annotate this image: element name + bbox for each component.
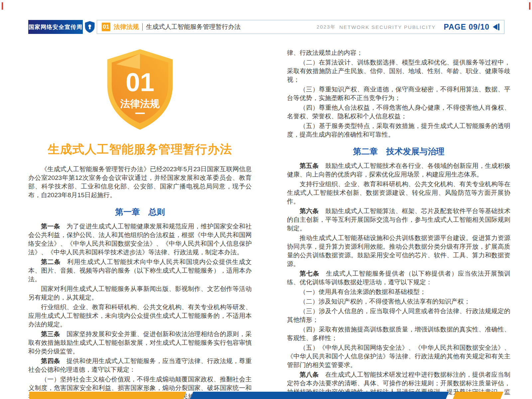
- badge-dash: [135, 113, 145, 114]
- paragraph: 第一条 为了促进生成式人工智能健康发展和规范应用，维护国家安全和社会公共利益，保…: [28, 222, 252, 257]
- paragraph: （二）在算法设计、训练数据选择、模型生成和优化、提供服务等过程中，采取有效措施防…: [287, 58, 510, 84]
- article-number: 第五条: [300, 162, 319, 169]
- badge-label: 法律法规: [120, 98, 160, 109]
- article-number: 第二条: [41, 258, 61, 265]
- back-bar-icon: [498, 24, 499, 30]
- right-text-blocks: 律、行政法规禁止的内容；（二）在算法设计、训练数据选择、模型生成和优化、提供服务…: [287, 49, 510, 399]
- right-column: 律、行政法规禁止的内容；（二）在算法设计、训练数据选择、模型生成和优化、提供服务…: [287, 49, 510, 399]
- paragraph: 第七条 生成式人工智能服务提供者（以下称提供者）应当依法开展预训练、优化训练等训…: [287, 269, 510, 287]
- chapter-heading: 第一章 总则: [28, 207, 252, 217]
- lock-shield-icon: [83, 20, 97, 34]
- left-column: 01 法律法规 生成式人工智能服务管理暂行办法 《生成式人工智能服务管理暂行办法…: [28, 49, 252, 399]
- paragraph: 第三条 国家坚持发展和安全并重、促进创新和依法治理相结合的原则，采取有效措施鼓励…: [28, 330, 252, 356]
- page-header: 国家网络安全宣传周 01 法律法规 生成式人工智能服务管理暂行办法 2023年 …: [28, 20, 504, 34]
- header-subtitle-en: NETWORK SECURITY PUBLICITY: [339, 24, 436, 30]
- paragraph: 第五条 鼓励生成式人工智能技术在各行业、各领域的创新应用，生成积极健康、向上向善…: [287, 162, 510, 179]
- brand-label: 国家网络安全宣传周: [29, 23, 82, 31]
- paragraph: 律、行政法规禁止的内容；: [287, 49, 510, 57]
- article-number: 第七条: [300, 270, 320, 277]
- paragraph: （二）涉及知识产权的，不得侵害他人依法享有的知识产权；: [287, 297, 510, 306]
- article-number: 第八条: [300, 371, 319, 378]
- article-number: 第六条: [300, 207, 319, 214]
- page-nav-back-icon: [493, 24, 499, 30]
- paragraph: （三）涉及个人信息的，应当取得个人同意或者符合法律、行政法规规定的其他情形；: [287, 307, 510, 324]
- footer-segment-yellow-right: [453, 392, 503, 399]
- paragraph: （五）基于服务类型特点，采取有效措施，提升生成式人工智能服务的透明度，提高生成内…: [287, 122, 510, 139]
- crop-mark-right: [529, 2, 530, 10]
- badge-number: 01: [126, 67, 155, 97]
- header-divider: [142, 23, 143, 31]
- footer-segment-yellow-left: [29, 392, 186, 399]
- chapter-shield-badge: 01 法律法规: [28, 49, 252, 130]
- chapter-heading: 第二章 技术发展与治理: [287, 146, 510, 156]
- document-page: 国家网络安全宣传周 01 法律法规 生成式人工智能服务管理暂行办法 2023年 …: [0, 0, 532, 399]
- paragraph: 行业组织、企业、教育和科研机构、公共文化机构、有关专业机构等研发、应用生成式人工…: [28, 303, 252, 329]
- page-number-label: PAGE 09/10: [444, 23, 489, 32]
- section-number-badge: 01: [102, 23, 110, 31]
- section-label: 法律法规: [114, 23, 139, 31]
- paragraph: 国家对利用生成式人工智能服务从事新闻出版、影视制作、文艺创作等活动另有规定的，从…: [28, 285, 252, 302]
- article-number: 第一条: [41, 223, 60, 230]
- brand-banner: 国家网络安全宣传周: [28, 20, 83, 34]
- paragraph: （四）尊重他人合法权益，不得危害他人身心健康，不得侵害他人肖像权、名誉权、荣誉权…: [287, 103, 510, 121]
- footer-segment-blue: [190, 392, 449, 399]
- article-number: 第四条: [41, 357, 60, 364]
- header-doc-title: 生成式人工智能服务管理暂行办法: [146, 23, 241, 31]
- paragraph: （四）采取有效措施提高训练数据质量，增强训练数据的真实性、准确性、客观性、多样性…: [287, 325, 510, 342]
- document-title: 生成式人工智能服务管理暂行办法: [28, 142, 252, 157]
- paragraph: 推动生成式人工智能基础设施和公共训练数据资源平台建设。促进算力资源协同共享，提升…: [287, 234, 510, 268]
- article-number: 第三条: [41, 331, 60, 337]
- header-strip: 01 法律法规 生成式人工智能服务管理暂行办法 2023年 NETWORK SE…: [97, 20, 504, 34]
- crop-mark-left: [2, 2, 3, 10]
- footer-bar: [0, 392, 532, 399]
- paragraph: 第六条 鼓励生成式人工智能算法、框架、芯片及配套软件平台等基础技术的自主创新，平…: [287, 207, 510, 233]
- paragraph: （五）《中华人民共和国网络安全法》、《中华人民共和国数据安全法》、《中华人民共和…: [287, 343, 510, 369]
- paragraph: 第四条 提供和使用生成式人工智能服务，应当遵守法律、行政法规，尊重社会公德和伦理…: [28, 357, 252, 374]
- left-text-blocks: 《生成式人工智能服务管理暂行办法》已经2023年5月23日国家互联网信息办公室2…: [28, 165, 252, 399]
- paragraph: （三）尊重知识产权、商业道德，保守商业秘密，不得利用算法、数据、平台等优势，实施…: [287, 85, 510, 102]
- paragraph: 《生成式人工智能服务管理暂行办法》已经2023年5月23日国家互联网信息办公室2…: [28, 165, 252, 200]
- paragraph: 第二条 利用生成式人工智能技术向中华人民共和国境内公众提供生成文本、图片、音频、…: [28, 258, 252, 284]
- back-triangle-icon: [493, 24, 497, 30]
- header-year: 2023年: [317, 24, 336, 30]
- paragraph: （一）使用具有合法来源的数据和基础模型；: [287, 288, 510, 296]
- paragraph: 支持行业组织、企业、教育和科研机构、公共文化机构、有关专业机构等在生成式人工智能…: [287, 180, 510, 206]
